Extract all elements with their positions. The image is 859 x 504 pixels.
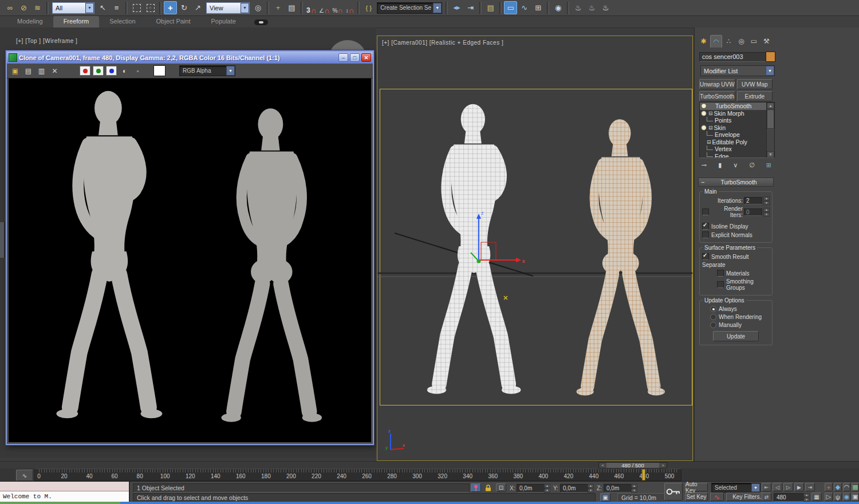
stack-item-vertex[interactable]: Vertex	[700, 145, 766, 153]
select-by-name-button[interactable]: ≡	[110, 1, 123, 14]
schematic-view-button[interactable]: ⊞	[531, 1, 545, 14]
selection-lock-toggle[interactable]	[483, 483, 493, 492]
selection-set-dropdown[interactable]: Selected ▼	[711, 483, 761, 493]
chevron-down-icon[interactable]: ▼	[85, 3, 94, 13]
viewport-camera[interactable]: [+] [Camera001] [Realistic + Edged Faces…	[377, 36, 693, 461]
iterations-spinner[interactable]: ▲▼	[763, 196, 770, 204]
angle-snap-button[interactable]: ∠∩	[318, 2, 330, 14]
wireframe-figure-white[interactable]	[399, 92, 550, 409]
show-end-result-button[interactable]: ▮	[718, 162, 722, 169]
when-rendering-radio[interactable]	[710, 314, 716, 320]
set-key-button[interactable]: Set Key	[685, 493, 708, 501]
set-keys-button[interactable]	[664, 483, 683, 501]
blue-channel-button[interactable]	[106, 66, 117, 76]
next-frame-arrow[interactable]: >	[659, 463, 667, 468]
smoothing-groups-checkbox[interactable]	[717, 281, 724, 288]
reference-coordinate-dropdown[interactable]: View ▼	[206, 2, 250, 14]
always-radio[interactable]	[710, 306, 716, 312]
object-color-swatch[interactable]	[766, 52, 775, 62]
tab-modify[interactable]: ◠	[710, 35, 722, 48]
z-spinner[interactable]: ▲▼	[631, 484, 637, 492]
wireframe-figure-orange[interactable]	[549, 107, 692, 410]
explicit-normals-checkbox[interactable]	[702, 231, 709, 238]
uvw-map-button[interactable]: UVW Map	[737, 79, 773, 89]
chevron-down-icon[interactable]: ▼	[241, 3, 249, 13]
use-pivot-center-button[interactable]: ◎	[251, 1, 265, 14]
current-frame-marker[interactable]	[642, 469, 645, 481]
gizmo-center[interactable]	[477, 259, 481, 263]
select-and-move-button[interactable]: +	[164, 1, 177, 14]
y-spinner[interactable]: ▲▼	[588, 484, 594, 492]
absolute-mode-toggle[interactable]: ⊡	[496, 483, 506, 492]
track-bar[interactable]: ∿ 02040608010012014016018020022024026028…	[0, 468, 859, 481]
maximize-viewport-toggle[interactable]: ▣	[852, 493, 859, 501]
go-to-end-button[interactable]: ⇥	[805, 483, 815, 491]
frame-spinner[interactable]: ▲▼	[803, 493, 810, 501]
isoline-display-checkbox[interactable]	[702, 223, 709, 230]
select-object-button[interactable]: ↖	[96, 1, 109, 14]
save-image-button[interactable]: ▣	[10, 65, 21, 76]
chevron-down-icon[interactable]: ▼	[226, 66, 235, 76]
unwrap-uvw-button[interactable]: Unwrap UVW	[699, 79, 735, 89]
play-button[interactable]: ▷	[783, 483, 793, 491]
green-channel-button[interactable]	[93, 66, 104, 76]
select-and-link-button[interactable]: ∞	[3, 1, 17, 14]
visibility-bulb-icon[interactable]	[701, 103, 707, 109]
manually-radio[interactable]	[710, 322, 716, 328]
go-to-start-button[interactable]: ⇤	[762, 483, 771, 491]
stack-item-points[interactable]: Points	[700, 117, 766, 124]
previous-frame-arrow[interactable]: <	[599, 463, 606, 468]
stack-item-envelope[interactable]: Envelope	[700, 131, 766, 139]
object-name-field[interactable]: cos sencer003	[699, 52, 768, 62]
ribbon-tab-object-paint[interactable]: Object Paint	[146, 16, 201, 27]
rollout-header[interactable]: − TurboSmooth	[698, 178, 774, 187]
tab-utilities[interactable]: ⚒	[761, 35, 773, 48]
iterations-field[interactable]: 2	[744, 197, 762, 204]
selection-filter-dropdown[interactable]: All ▼	[52, 2, 94, 14]
snaps-toggle-button[interactable]: 3∩	[305, 2, 317, 14]
maxscript-mini-listener[interactable]: Welcome to M.	[0, 482, 130, 502]
auto-key-button[interactable]: Auto Key	[685, 483, 708, 491]
spinner-snap-button[interactable]: ↕∩	[345, 2, 355, 14]
select-and-manipulate-button[interactable]: +	[271, 1, 285, 14]
make-unique-button[interactable]: ∨	[733, 162, 738, 169]
render-window-titlebar[interactable]: Clone of Camera001, frame 480, Display G…	[7, 52, 373, 64]
collapse-rollout-icon[interactable]: −	[701, 179, 704, 186]
modifier-list-dropdown[interactable]: Modifier List ▼	[700, 65, 775, 76]
key-mode-toggle[interactable]: ⇄	[762, 493, 771, 501]
ribbon-tab-freeform[interactable]: Freeform	[53, 16, 100, 27]
chevron-down-icon[interactable]: ▼	[766, 66, 774, 76]
print-image-button[interactable]: ▥	[36, 65, 47, 76]
smooth-result-checkbox[interactable]	[702, 253, 709, 260]
mirror-button[interactable]: ◀▶	[450, 1, 463, 14]
tab-hierarchy[interactable]: ∴	[723, 35, 735, 48]
zoom-region-button[interactable]: ▦	[852, 483, 859, 491]
unlink-selection-button[interactable]: ⊘	[17, 1, 30, 14]
listener-output[interactable]: Welcome to M.	[0, 491, 129, 502]
mini-curve-editor-button[interactable]: ∿	[16, 470, 33, 481]
stack-item-skin[interactable]: ⊟Skin	[700, 124, 766, 132]
current-frame-field[interactable]: 480	[774, 493, 805, 502]
render-iters-spinner[interactable]: ▲▼	[763, 208, 770, 216]
viewport-top-label[interactable]: [+] [Top ] [Wireframe ]	[16, 38, 77, 44]
next-frame-button[interactable]: ▶	[794, 483, 804, 491]
z-coordinate-field[interactable]: 0,0m	[604, 484, 632, 493]
ribbon-tab-selection[interactable]: Selection	[99, 16, 145, 27]
stack-item-turbosmooth[interactable]: TurboSmooth	[700, 103, 766, 110]
x-spinner[interactable]: ▲▼	[544, 484, 550, 492]
close-button[interactable]: ✕	[361, 53, 371, 62]
extrude-button[interactable]: Extrude	[737, 91, 773, 101]
time-slider-track[interactable]: < 480 / 500 >	[0, 461, 859, 469]
minimize-button[interactable]: –	[338, 53, 348, 62]
visibility-bulb-icon[interactable]	[701, 111, 707, 116]
render-iters-checkbox[interactable]	[702, 208, 709, 215]
visibility-bulb-icon[interactable]	[701, 125, 707, 131]
stack-item-edge[interactable]: Edge	[700, 153, 766, 158]
scroll-down-icon[interactable]: ▼	[767, 151, 774, 158]
rendered-frame-window-button[interactable]: ♨	[585, 1, 598, 14]
align-button[interactable]: ⇥	[464, 1, 477, 14]
track-bar-ruler[interactable]: 0204060801001201401601802002202402602803…	[34, 468, 681, 481]
select-and-scale-button[interactable]: ↗	[191, 1, 204, 14]
background-color-swatch[interactable]	[153, 65, 166, 76]
pan-view-button[interactable]: ψ	[834, 493, 842, 501]
